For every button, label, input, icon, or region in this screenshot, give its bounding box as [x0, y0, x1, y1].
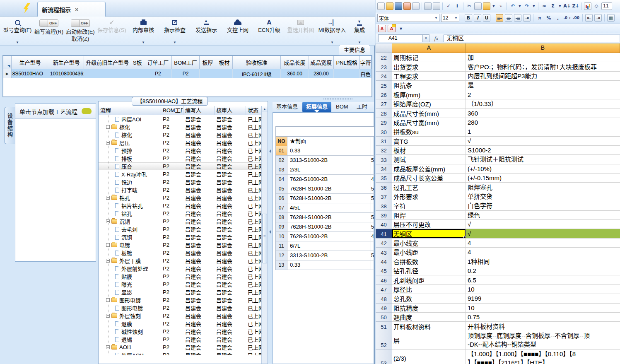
- increase-indent-button[interactable]: ⇥: [594, 14, 602, 22]
- scroll-up-icon[interactable]: ▲: [262, 106, 268, 112]
- stackup-row[interactable]: 087628H-S1000-2B5: [276, 213, 374, 222]
- write-flow-toggle[interactable]: OFF 编写流程(R): [36, 18, 61, 36]
- cell-a25[interactable]: 阻抗条: [392, 81, 466, 90]
- row-header-53[interactable]: 53: [376, 350, 392, 364]
- flow-row[interactable]: AOI1P2吕建会吕建会已上网: [99, 343, 268, 351]
- cell-a42[interactable]: 最小线宽: [392, 239, 466, 248]
- stackup-row[interactable]: 010.33: [276, 146, 374, 156]
- chevron-down-icon[interactable]: ▼: [16, 41, 19, 46]
- close-icon[interactable]: ×: [75, 6, 78, 13]
- cell-a37[interactable]: 外形要求: [392, 192, 466, 201]
- row-header-23[interactable]: 23: [376, 62, 392, 71]
- row-header-50[interactable]: 50: [376, 313, 392, 322]
- grid-header-3[interactable]: 升级前旧生产型号: [84, 56, 131, 69]
- collapse-minus-icon[interactable]: [106, 141, 110, 145]
- align-center-button[interactable]: [505, 14, 512, 22]
- grid-header-2[interactable]: 新生产型号: [49, 56, 84, 69]
- column-header-b[interactable]: B: [466, 43, 620, 53]
- flow-row[interactable]: 退锡P2吕建会吕建会已上网: [99, 335, 268, 343]
- stackup-row[interactable]: 047628-S1000-2B4: [276, 175, 374, 184]
- flow-col-4[interactable]: 核审人: [215, 106, 246, 115]
- pdf-and-email-icon[interactable]: A: [388, 25, 396, 32]
- grid-cell-9[interactable]: IPC-6012 Ⅱ级: [233, 69, 281, 78]
- cell-b33[interactable]: 飞针测试＋阻抗测试: [466, 155, 620, 164]
- flow-row[interactable]: 图形电镀P2吕建会吕建会已上网: [99, 304, 268, 312]
- flow-row[interactable]: 退膜P2吕建会吕建会已上网: [99, 320, 268, 328]
- flow-row[interactable]: 外层前处理P2吕建会吕建会已上网: [99, 265, 268, 272]
- flow-row[interactable]: 内层AOIP2吕建会吕建会已上网: [99, 115, 268, 123]
- grid-cell-1[interactable]: 8S50100HAO: [12, 69, 49, 78]
- row-header-49[interactable]: 49: [376, 304, 392, 313]
- splitter-arrow-icon[interactable]: [267, 230, 271, 234]
- cell-b32[interactable]: S1000-2: [466, 146, 620, 155]
- doc-upload-button[interactable]: 文控上网: [225, 18, 250, 34]
- instruction-check-button[interactable]: 指示检查 ▼: [162, 18, 187, 46]
- grid-header-10[interactable]: 成品长度: [281, 56, 309, 69]
- cell-b48[interactable]: 9199: [466, 294, 620, 303]
- row-header-40[interactable]: 40: [376, 220, 392, 229]
- cell-b46[interactable]: 6.5: [466, 275, 620, 284]
- open-icon[interactable]: [386, 2, 393, 10]
- grid-header-13[interactable]: 字符: [360, 56, 372, 69]
- flow-row[interactable]: 沉铜P2吕建会吕建会已上网: [99, 217, 268, 225]
- flow-row[interactable]: 外层蚀刻P2吕建会吕建会已上网: [99, 312, 268, 320]
- toggle-off-switch[interactable]: OFF: [39, 19, 58, 27]
- flow-row[interactable]: 棕化P2吕建会吕建会已上网: [99, 123, 268, 131]
- grid-cell-12[interactable]: [334, 69, 360, 78]
- row-header-38[interactable]: 38: [376, 201, 392, 210]
- cell-b47[interactable]: 10: [466, 285, 620, 294]
- stackup-row[interactable]: 057628H-S1000-2B5: [276, 184, 374, 194]
- cut-icon[interactable]: ✂: [466, 2, 473, 10]
- cancel-button[interactable]: 取消(Z): [72, 36, 89, 42]
- flow-row[interactable]: 图形电镀P2吕建会吕建会已上网: [99, 296, 268, 304]
- collapse-minus-icon[interactable]: [106, 314, 110, 318]
- cell-b51[interactable]: 开料板材资料: [466, 322, 620, 331]
- chart-wizard-icon[interactable]: [584, 2, 591, 10]
- collapse-minus-icon[interactable]: [106, 259, 110, 263]
- start-modify-toggle[interactable]: OFF 启动修改(E) 取消(Z): [68, 18, 93, 42]
- cell-a38[interactable]: 字符: [392, 201, 466, 210]
- paste-icon[interactable]: [483, 2, 490, 10]
- undo-icon[interactable]: ↶: [509, 2, 516, 10]
- flow-row[interactable]: 排板P2吕建会吕建会已上网: [99, 154, 268, 162]
- cell-b27[interactable]: （1/0.33）: [466, 99, 620, 108]
- cell-b52[interactable]: 顶铜厚度--底铜厚度--含铜板厚--不含铜厚--顶 -DK--配本结构--铜箔类…: [466, 331, 620, 350]
- row-header-22[interactable]: 22: [376, 53, 392, 62]
- cell-a52[interactable]: 层: [392, 331, 466, 350]
- cell-b34[interactable]: (+/-10%): [466, 164, 620, 174]
- cell-a26[interactable]: 板厚(mm): [392, 90, 466, 99]
- flow-col-5[interactable]: 状态: [246, 106, 261, 115]
- tab-工时[interactable]: 工时: [353, 102, 371, 112]
- grid-cell-13[interactable]: 白色: [360, 69, 372, 78]
- autosum-dropdown-icon[interactable]: ▼: [558, 2, 562, 10]
- copy-icon[interactable]: [474, 2, 482, 10]
- grid-cell-8[interactable]: [216, 69, 233, 78]
- cell-a27[interactable]: 铜箔厚度(OZ): [392, 99, 466, 108]
- cell-a30[interactable]: 拼板数su: [392, 127, 466, 136]
- flow-row[interactable]: 电镀P2吕建会吕建会已上网: [99, 241, 268, 249]
- send-instruction-button[interactable]: 发送指示: [194, 18, 219, 34]
- grid-header-4[interactable]: S板: [131, 56, 145, 69]
- row-header-31[interactable]: 31: [376, 137, 392, 146]
- model-query-button[interactable]: 型号查询(F) ▼: [5, 18, 30, 46]
- merge-center-button[interactable]: ⇥: [523, 14, 531, 22]
- flow-row[interactable]: 铝片钻孔P2吕建会吕建会已上网: [99, 202, 268, 210]
- flow-row[interactable]: 层压P2吕建会吕建会已上网: [99, 139, 268, 147]
- flow-row[interactable]: 贴膜P2吕建会吕建会已上网: [99, 272, 268, 280]
- stackup-row[interactable]: 107628-S1000-2B4: [276, 232, 374, 241]
- flow-col-2[interactable]: BOM工厂: [161, 106, 183, 115]
- collapse-minus-icon[interactable]: [106, 243, 110, 247]
- stackup-row[interactable]: 023313-S1000-2B5: [276, 156, 374, 165]
- grid-header-12[interactable]: PNL规格: [334, 56, 360, 69]
- stackup-row[interactable]: 067628H-S1000-2B5: [276, 194, 374, 203]
- stackup-row[interactable]: 074/5L: [276, 203, 374, 213]
- row-header-33[interactable]: 33: [376, 155, 392, 164]
- cell-a41[interactable]: 无铜区: [392, 229, 466, 238]
- cell-b26[interactable]: 2: [466, 90, 620, 99]
- print-preview-icon[interactable]: [433, 2, 440, 10]
- stackup-row[interactable]: 130.33: [276, 260, 374, 270]
- cell-b25[interactable]: 是: [466, 81, 620, 90]
- grid-header-1[interactable]: 生产型号: [12, 56, 49, 69]
- align-left-button[interactable]: [496, 14, 503, 22]
- convert-to-pdf-icon[interactable]: A: [378, 25, 386, 32]
